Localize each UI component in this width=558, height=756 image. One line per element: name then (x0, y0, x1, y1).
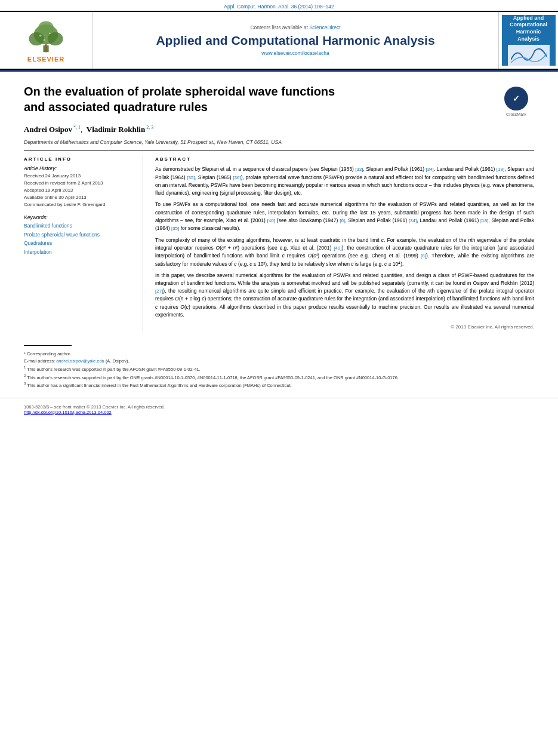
copyright-line: © 2013 Elsevier Inc. All rights reserved… (155, 324, 534, 331)
footnote-1: 1 This author's research was supported i… (24, 365, 534, 373)
author-1-sup: *, 1 (72, 125, 81, 130)
svg-text:✓: ✓ (513, 94, 520, 103)
bottom-info: 1063-5203/$ – see front matter © 2013 El… (0, 398, 558, 417)
email-suffix: (A. Osipov). (106, 358, 130, 364)
author-2-sup: 2, 3 (145, 125, 153, 130)
email-label: E-mail address: (24, 358, 56, 364)
svg-point-4 (48, 32, 63, 45)
article-history: Article History: Received 24 January 201… (24, 165, 134, 208)
journal-title: Applied and Computational Harmonic Analy… (156, 33, 434, 48)
keyword-3[interactable]: Quadratures (24, 239, 134, 247)
keywords-section: Keywords: Bandlimited functions Prolate … (24, 214, 134, 256)
journal-right-logo: Applied andComputationalHarmonicAnalysis (498, 12, 558, 69)
email-link[interactable]: andrei.osipov@yale.edu (56, 358, 104, 364)
svg-point-3 (29, 32, 44, 45)
abstract-column: ABSTRACT As demonstrated by Slepian et a… (155, 156, 534, 331)
journal-center: Contents lists available at ScienceDirec… (93, 12, 498, 69)
author-1-name: Andrei Osipov (24, 125, 72, 134)
history-online: Available online 30 April 2013 (24, 194, 134, 201)
abstract-para-2: To use PSWFs as a computational tool, on… (155, 201, 534, 232)
contents-label: Contents lists available at (250, 24, 307, 30)
keyword-2[interactable]: Prolate spheroidal wave functions (24, 231, 134, 239)
history-received: Received 24 January 2013 (24, 173, 134, 180)
history-title: Article History: (24, 165, 134, 171)
elsevier-logo: ELSEVIER (0, 12, 93, 69)
crossmark-icon: ✓ (504, 87, 528, 110)
corresponding-author-label: * Corresponding author. (24, 351, 534, 358)
author-2-name: Vladimir Rokhlin (87, 125, 145, 134)
svg-point-7 (49, 32, 51, 34)
footnote-2: 2 This author's research was supported i… (24, 373, 534, 382)
journal-cover-icon: Applied andComputationalHarmonicAnalysis (502, 15, 556, 66)
svg-rect-1 (45, 44, 47, 52)
article-title: On the evaluation of prolate spheroidal … (24, 84, 335, 115)
science-direct-line: Contents lists available at ScienceDirec… (250, 24, 340, 30)
abstract-para-3: The complexity of many of the existing a… (155, 236, 534, 268)
authors-section: Andrei Osipov *, 1, Vladimir Rokhlin 2, … (0, 122, 558, 137)
article-info-label: ARTICLE INFO (24, 156, 134, 162)
history-revised: Received in revised form 2 April 2013 (24, 180, 134, 187)
journal-header: ELSEVIER Contents lists available at Sci… (0, 11, 558, 70)
footnote-3: 3 This author has a significant financia… (24, 381, 534, 389)
crossmark-badge[interactable]: ✓ CrossMark (498, 87, 534, 116)
footnotes-section: * Corresponding author. E-mail address: … (0, 346, 558, 394)
svg-point-6 (39, 35, 42, 37)
email-line: E-mail address: andrei.osipov@yale.edu (… (24, 358, 534, 365)
article-info-column: ARTICLE INFO Article History: Received 2… (24, 156, 143, 331)
citation-bar: Appl. Comput. Harmon. Anal. 36 (2014) 10… (0, 0, 558, 11)
affiliation-section: Departments of Mathematics and Computer … (0, 137, 558, 150)
elsevier-wordmark: ELSEVIER (27, 56, 64, 63)
two-column-section: ARTICLE INFO Article History: Received 2… (0, 150, 558, 337)
keywords-label: Keywords: (24, 214, 134, 220)
abstract-label: ABSTRACT (155, 156, 534, 162)
journal-url[interactable]: www.elsevier.com/locate/acha (261, 50, 329, 56)
svg-point-5 (38, 21, 54, 35)
elsevier-tree-icon (13, 18, 79, 54)
history-communicated: Communicated by Leslie F. Greengard (24, 201, 134, 208)
history-accepted: Accepted 19 April 2013 (24, 187, 134, 194)
crossmark-label: CrossMark (506, 112, 526, 116)
science-direct-link[interactable]: ScienceDirect (309, 24, 340, 30)
keyword-1[interactable]: Bandlimited functions (24, 222, 134, 230)
abstract-para-1: As demonstrated by Slepian et al. in a s… (155, 165, 534, 197)
citation-text: Appl. Comput. Harmon. Anal. 36 (2014) 10… (224, 4, 334, 10)
doi-link[interactable]: http://dx.doi.org/10.1016/j.acha.2013.04… (24, 410, 112, 415)
keyword-4[interactable]: Interpolation (24, 248, 134, 256)
svg-point-8 (43, 39, 45, 41)
abstract-text: As demonstrated by Slepian et al. in a s… (155, 165, 534, 331)
abstract-para-4: In this paper, we describe several numer… (155, 272, 534, 319)
issn-line: 1063-5203/$ – see front matter © 2013 El… (24, 404, 534, 410)
doi-line[interactable]: http://dx.doi.org/10.1016/j.acha.2013.04… (24, 410, 534, 415)
article-title-section: On the evaluation of prolate spheroidal … (0, 72, 558, 122)
